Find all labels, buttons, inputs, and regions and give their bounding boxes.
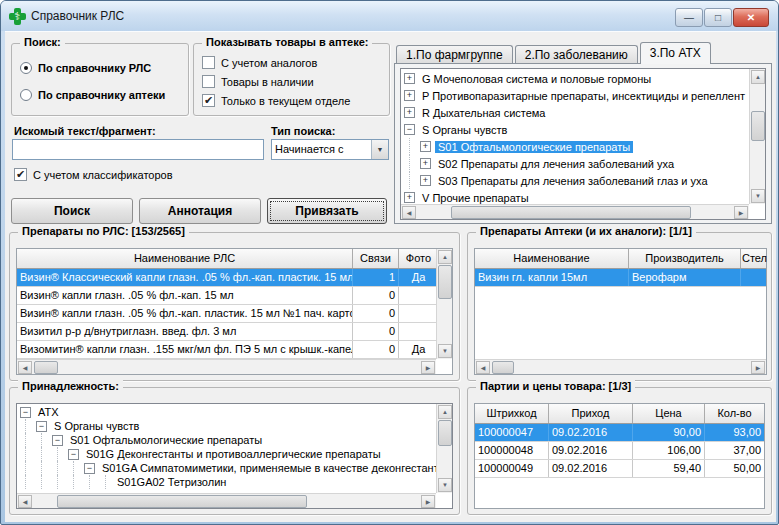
rls-vscrollbar[interactable]: ▲ ▼ (436, 249, 452, 359)
table-row[interactable]: Визин® Классический капли глазн. .05 % ф… (17, 269, 436, 287)
query-input[interactable] (12, 139, 264, 160)
bind-button[interactable]: Привязать (267, 198, 387, 224)
tree-item-label[interactable]: S01GA02 Тетризолин (114, 476, 229, 488)
scroll-down-icon[interactable]: ▼ (438, 478, 452, 492)
tree-row[interactable]: −АТХ (18, 405, 436, 419)
search-button[interactable]: Поиск (11, 198, 133, 224)
table-row[interactable]: Визин® капли глазн. .05 % фл.-кап. пласт… (17, 305, 436, 323)
scroll-thumb[interactable] (751, 111, 765, 141)
title-bar[interactable]: ⚕ Справочник РЛС — □ ✕ (1, 1, 778, 31)
tree-row[interactable]: +V Прочие препараты (402, 189, 750, 204)
table-row[interactable]: Визитил р-р д/внутриглазн. введ. фл. 3 м… (17, 323, 436, 341)
tree-item-label[interactable]: S Органы чувств (51, 420, 142, 432)
rls-table-header[interactable]: Наименование РЛС Связи Фото (17, 249, 436, 269)
checkbox-instock[interactable]: Товары в наличии (202, 75, 314, 88)
checkbox-icon[interactable] (202, 56, 215, 69)
scroll-right-icon[interactable]: ▶ (734, 206, 748, 219)
collapse-icon[interactable]: − (404, 124, 415, 135)
apteka-hscrollbar[interactable]: ◀ ▶ (475, 359, 766, 374)
table-row[interactable]: Визин гл. капли 15млВерофарм (475, 269, 766, 287)
tree-row[interactable]: +P Противопаразитарные препараты, инсект… (402, 87, 750, 104)
tree-item-label[interactable]: S01GA Симпатомиметики, применяемые в кач… (99, 462, 436, 474)
tree-item-label[interactable]: S Органы чувств (419, 124, 510, 136)
tree-item-label[interactable]: R Дыхательная система (419, 107, 549, 119)
table-row[interactable]: 10000004809.02.2016106,0037,00 (475, 442, 764, 460)
radio-search-apteka[interactable]: По справочнику аптеки (20, 89, 165, 101)
scroll-thumb[interactable] (57, 495, 307, 508)
checkbox-icon[interactable]: ✔ (14, 168, 27, 181)
apteka-table-header[interactable]: Наименование Производитель Стел (475, 249, 766, 269)
scroll-up-icon[interactable]: ▲ (438, 405, 452, 419)
scroll-thumb[interactable] (438, 420, 452, 446)
tree-row[interactable]: +G Мочеполовая система и половые гормоны (402, 70, 750, 87)
checkbox-classifiers[interactable]: ✔ С учетом классификаторов (14, 168, 173, 181)
collapse-icon[interactable]: − (36, 421, 47, 432)
tree-row[interactable]: −S01GA Симпатомиметики, применяемые в ка… (18, 461, 436, 475)
radio-search-rls[interactable]: По справочнику РЛС (20, 62, 151, 74)
radio-icon[interactable] (20, 62, 32, 74)
batches-table-header[interactable]: Штрихкод Приход Цена Кол-во (475, 404, 764, 424)
tree-item-label[interactable]: S01G Деконгестанты и противоаллергически… (83, 448, 384, 460)
expand-icon[interactable]: + (404, 107, 415, 118)
expand-icon[interactable]: + (420, 141, 431, 152)
tab-pharmgroup[interactable]: 1.По фармгруппе (396, 45, 513, 64)
checkbox-current-dept[interactable]: ✔ Только в текущем отделе (202, 94, 350, 107)
scroll-thumb[interactable] (438, 265, 452, 299)
tree-row[interactable]: +S01 Офтальмологические препараты (402, 138, 750, 155)
scroll-down-icon[interactable]: ▼ (751, 189, 765, 203)
collapse-icon[interactable]: − (68, 449, 79, 460)
tree-item-label[interactable]: P Противопаразитарные препараты, инсекти… (419, 90, 748, 102)
collapse-icon[interactable]: − (20, 407, 31, 418)
expand-icon[interactable]: + (420, 158, 431, 169)
atc-tree-hscrollbar[interactable]: ◀ ▶ (401, 204, 749, 219)
tree-row[interactable]: +R Дыхательная система (402, 104, 750, 121)
tree-row[interactable]: S01GA02 Тетризолин (18, 475, 436, 489)
tree-row[interactable]: −S Органы чувств (402, 121, 750, 138)
tab-disease[interactable]: 2.По заболеванию (515, 45, 638, 64)
rls-hscrollbar[interactable]: ◀ ▶ (17, 359, 436, 374)
checkbox-icon[interactable] (202, 75, 215, 88)
expand-icon[interactable]: + (420, 175, 431, 186)
scroll-right-icon[interactable]: ▶ (421, 361, 435, 374)
chevron-down-icon[interactable]: ▼ (371, 140, 388, 159)
scroll-thumb[interactable] (451, 206, 691, 219)
radio-icon[interactable] (20, 89, 32, 101)
checkbox-icon[interactable]: ✔ (202, 94, 215, 107)
table-row[interactable]: 10000004709.02.201690,0093,00 (475, 424, 764, 442)
tree-item-label[interactable]: G Мочеполовая система и половые гормоны (419, 73, 654, 85)
tree-item-label[interactable]: S03 Препараты для лечения заболеваний гл… (435, 175, 711, 187)
tree-item-label[interactable]: S01 Офтальмологические препараты (435, 141, 633, 153)
scroll-right-icon[interactable]: ▶ (421, 495, 435, 508)
tree-item-label[interactable]: V Прочие препараты (419, 192, 532, 204)
scroll-down-icon[interactable]: ▼ (438, 344, 452, 358)
tab-atc[interactable]: 3.По АТХ (640, 42, 711, 64)
membership-hscrollbar[interactable]: ◀ ▶ (17, 493, 436, 508)
close-button[interactable]: ✕ (733, 8, 769, 27)
expand-icon[interactable]: + (404, 73, 415, 84)
expand-icon[interactable]: + (404, 90, 415, 101)
atc-tree-vscrollbar[interactable]: ▲ ▼ (749, 69, 765, 204)
checkbox-analogs[interactable]: С учетом аналогов (202, 56, 317, 69)
scroll-left-icon[interactable]: ◀ (476, 361, 490, 374)
scroll-up-icon[interactable]: ▲ (438, 250, 452, 264)
scroll-up-icon[interactable]: ▲ (751, 70, 765, 84)
collapse-icon[interactable]: − (84, 463, 95, 474)
tree-item-label[interactable]: S01 Офтальмологические препараты (67, 434, 265, 446)
tree-row[interactable]: +S03 Препараты для лечения заболеваний г… (402, 172, 750, 189)
expand-icon[interactable]: + (404, 192, 415, 203)
annotation-button[interactable]: Аннотация (139, 198, 261, 224)
scroll-thumb[interactable] (34, 361, 58, 374)
tree-item-label[interactable]: S02 Препараты для лечения заболеваний ух… (435, 158, 677, 170)
tree-row[interactable]: −S01 Офтальмологические препараты (18, 433, 436, 447)
search-type-select[interactable]: Начинается с ▼ (271, 139, 389, 160)
table-row[interactable]: Визомитин® капли глазн. .155 мкг/мл фл. … (17, 341, 436, 359)
scroll-left-icon[interactable]: ◀ (402, 206, 416, 219)
tree-row[interactable]: −S Органы чувств (18, 419, 436, 433)
scroll-left-icon[interactable]: ◀ (18, 495, 32, 508)
scroll-right-icon[interactable]: ▶ (751, 361, 765, 374)
tree-row[interactable]: −S01G Деконгестанты и противоаллергическ… (18, 447, 436, 461)
table-row[interactable]: 10000004909.02.201659,4050,00 (475, 460, 764, 478)
maximize-button[interactable]: □ (704, 8, 732, 27)
scroll-left-icon[interactable]: ◀ (18, 361, 32, 374)
scroll-thumb[interactable] (492, 361, 514, 374)
